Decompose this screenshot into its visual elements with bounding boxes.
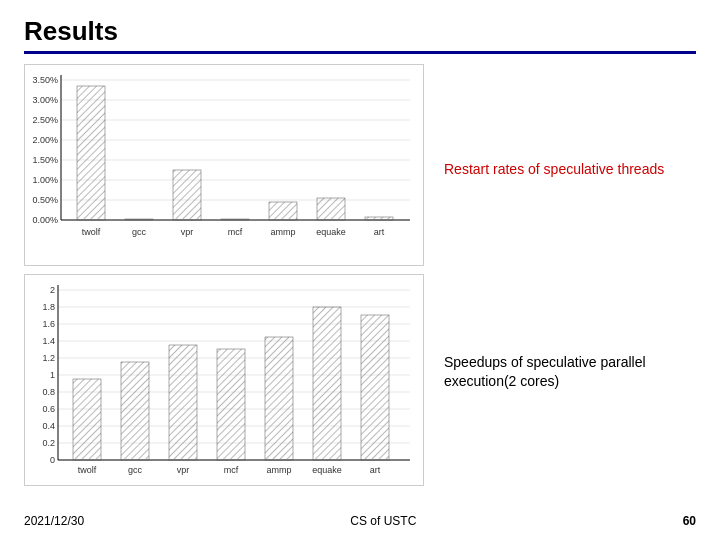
bar-mcf-chart2 [217,349,245,460]
svg-text:0.50%: 0.50% [32,195,58,205]
svg-text:mcf: mcf [228,227,243,237]
bar-ammp-chart2 [265,337,293,460]
bar-equake-chart1 [317,198,345,220]
svg-text:1.6: 1.6 [42,319,55,329]
svg-text:0.4: 0.4 [42,421,55,431]
svg-text:twolf: twolf [82,227,101,237]
bar-mcf-chart1 [221,219,249,220]
footer-center-text: CS of USTC [350,514,416,528]
labels-column: Restart rates of speculative threads Spe… [424,64,696,508]
svg-text:1.2: 1.2 [42,353,55,363]
header: Results [24,16,696,54]
svg-text:2.50%: 2.50% [32,115,58,125]
bar-ammp-chart1 [269,202,297,220]
svg-text:gcc: gcc [132,227,147,237]
chart2-label: Speedups of speculative parallel executi… [444,353,696,392]
svg-text:equake: equake [316,227,346,237]
bar-twolf-chart1 [77,86,105,220]
svg-text:gcc: gcc [128,465,143,475]
svg-text:mcf: mcf [224,465,239,475]
svg-text:2: 2 [50,285,55,295]
chart2-container: 2 1.8 1.6 1.4 1.2 1 0.8 0.6 0.4 0.2 0 [24,274,424,486]
svg-text:0.2: 0.2 [42,438,55,448]
charts-column: 3.50% 3.00% 2.50% 2.00% 1.50% 1.00% 0.50… [24,64,424,508]
svg-text:ammp: ammp [270,227,295,237]
svg-text:vpr: vpr [181,227,194,237]
svg-text:0: 0 [50,455,55,465]
svg-text:0.00%: 0.00% [32,215,58,225]
bar-gcc-chart1 [125,219,153,220]
chart2-svg: 2 1.8 1.6 1.4 1.2 1 0.8 0.6 0.4 0.2 0 [25,275,415,485]
svg-text:1.00%: 1.00% [32,175,58,185]
chart1-label: Restart rates of speculative threads [444,160,696,180]
footer-date: 2021/12/30 [24,514,84,528]
svg-text:1.8: 1.8 [42,302,55,312]
svg-text:3.50%: 3.50% [32,75,58,85]
svg-text:2.00%: 2.00% [32,135,58,145]
svg-text:0.8: 0.8 [42,387,55,397]
chart1-container: 3.50% 3.00% 2.50% 2.00% 1.50% 1.00% 0.50… [24,64,424,266]
svg-text:1.4: 1.4 [42,336,55,346]
chart2-label-text: Speedups of speculative parallel executi… [444,354,646,390]
svg-text:ammp: ammp [266,465,291,475]
svg-text:equake: equake [312,465,342,475]
chart1-svg: 3.50% 3.00% 2.50% 2.00% 1.50% 1.00% 0.50… [25,65,415,265]
svg-text:art: art [370,465,381,475]
svg-text:0.6: 0.6 [42,404,55,414]
bar-art-chart2 [361,315,389,460]
page: Results 3.50% 3.00% 2.50% 2.00% 1.50% [0,0,720,540]
svg-text:3.00%: 3.00% [32,95,58,105]
page-title: Results [24,16,118,46]
content: 3.50% 3.00% 2.50% 2.00% 1.50% 1.00% 0.50… [24,64,696,508]
bar-vpr-chart2 [169,345,197,460]
bar-gcc-chart2 [121,362,149,460]
chart1-label-text: Restart rates of speculative threads [444,161,664,177]
bar-equake-chart2 [313,307,341,460]
footer-page: 60 [683,514,696,528]
svg-text:1.50%: 1.50% [32,155,58,165]
svg-text:vpr: vpr [177,465,190,475]
footer: 2021/12/30 CS of USTC 60 [24,508,696,528]
bar-art-chart1 [365,217,393,220]
bar-vpr-chart1 [173,170,201,220]
svg-text:twolf: twolf [78,465,97,475]
svg-text:art: art [374,227,385,237]
svg-text:1: 1 [50,370,55,380]
bar-twolf-chart2 [73,379,101,460]
